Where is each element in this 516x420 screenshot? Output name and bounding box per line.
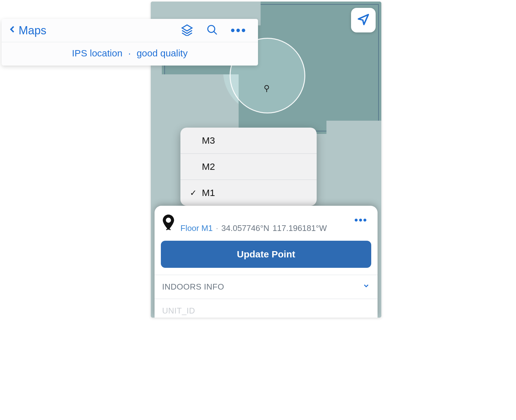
unit-id-section[interactable]: UNIT_ID [155, 299, 378, 318]
chevron-left-icon [9, 24, 17, 37]
svg-point-1 [208, 25, 215, 32]
map-pin-icon [162, 215, 175, 232]
floor-option-label: M1 [202, 187, 215, 198]
longitude-value: 117.196181°W [273, 223, 327, 233]
layers-button[interactable] [176, 24, 198, 37]
location-arrow-icon [357, 13, 370, 27]
svg-line-2 [214, 31, 217, 34]
chevron-down-icon [362, 282, 370, 292]
section-label: UNIT_ID [162, 306, 195, 316]
floor-option-label: M3 [202, 135, 215, 146]
indoors-info-section[interactable]: INDOORS INFO [155, 275, 378, 299]
separator: · [128, 48, 131, 58]
floor-option-m2[interactable]: M2 [180, 153, 317, 180]
latitude-value: 34.057746°N [221, 223, 269, 233]
update-point-button[interactable]: Update Point [161, 241, 371, 268]
checkmark-icon: ✓ [190, 188, 197, 198]
more-icon: ••• [231, 23, 247, 37]
ips-status-primary: IPS location [72, 48, 122, 58]
floor-picker-popover: M3 M2 ✓ M1 [180, 128, 317, 206]
separator: · [216, 223, 218, 233]
floor-label[interactable]: Floor M1 [180, 223, 213, 233]
location-pin-icon: ⚲ [264, 83, 273, 92]
header-bar: Maps ••• IPS location · good quality [2, 19, 258, 66]
card-more-button[interactable]: ••• [352, 213, 370, 227]
back-label: Maps [19, 24, 46, 37]
locate-me-button[interactable] [351, 8, 376, 32]
header-more-button[interactable]: ••• [226, 23, 251, 37]
floor-option-label: M2 [202, 161, 215, 172]
point-details-card: Floor M1 · 34.057746°N 117.196181°W ••• … [155, 206, 378, 318]
floor-option-m1[interactable]: ✓ M1 [180, 180, 317, 206]
back-button[interactable]: Maps [9, 24, 46, 37]
more-icon: ••• [354, 214, 367, 226]
section-label: INDOORS INFO [162, 282, 224, 292]
ips-status-secondary: good quality [137, 48, 188, 58]
ips-status-bar: IPS location · good quality [2, 42, 258, 66]
search-icon [206, 24, 218, 37]
layers-icon [181, 24, 193, 37]
floor-option-m3[interactable]: M3 [180, 128, 317, 153]
svg-marker-0 [182, 25, 192, 31]
search-button[interactable] [201, 24, 224, 37]
update-point-label: Update Point [237, 249, 295, 259]
